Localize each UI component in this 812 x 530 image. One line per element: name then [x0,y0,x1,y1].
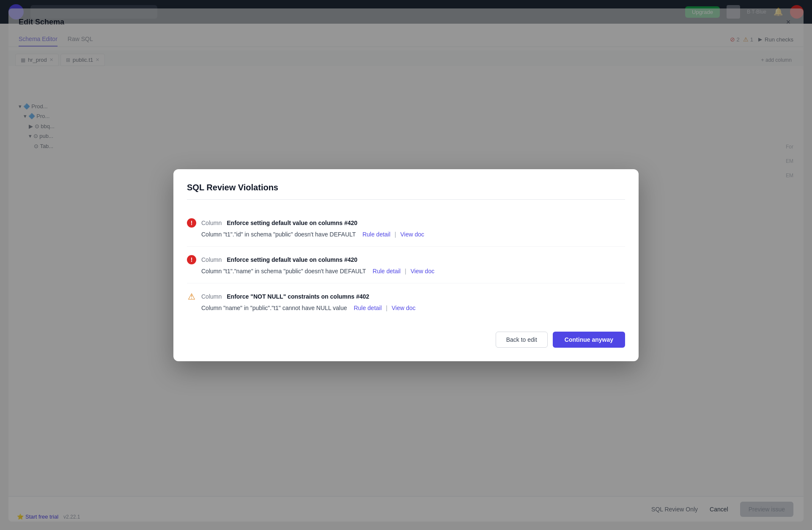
back-to-edit-button[interactable]: Back to edit [496,332,548,348]
continue-anyway-button[interactable]: Continue anyway [553,332,625,348]
warning-icon-3: ⚠ [187,292,196,301]
view-doc-link-2[interactable]: View doc [411,268,435,275]
violation-rule-1: Enforce setting default value on columns… [227,220,357,226]
violation-desc-2: Column "t1"."name" in schema "public" do… [201,268,625,275]
violation-item-1: ! Column Enforce setting default value o… [187,210,625,247]
error-icon-2: ! [187,255,196,264]
violation-item-2: ! Column Enforce setting default value o… [187,247,625,283]
violation-type-3: Column [201,293,222,300]
modal-title: SQL Review Violations [187,183,625,200]
violation-header-3: ⚠ Column Enforce "NOT NULL" constraints … [187,292,625,301]
modal-actions: Back to edit Continue anyway [187,332,625,348]
violation-rule-3: Enforce "NOT NULL" constraints on column… [227,293,369,300]
violation-item-3: ⚠ Column Enforce "NOT NULL" constraints … [187,283,625,320]
violation-desc-3: Column "name" in "public"."t1" cannot ha… [201,305,625,311]
rule-detail-link-3[interactable]: Rule detail [354,305,381,311]
violation-header-1: ! Column Enforce setting default value o… [187,218,625,228]
violation-type-2: Column [201,256,222,263]
modal-dialog: SQL Review Violations ! Column Enforce s… [173,169,639,361]
modal-overlay: SQL Review Violations ! Column Enforce s… [0,0,812,530]
violation-type-1: Column [201,220,222,226]
violation-rule-2: Enforce setting default value on columns… [227,256,357,263]
violation-desc-1: Column "t1"."id" in schema "public" does… [201,231,625,238]
rule-detail-link-1[interactable]: Rule detail [362,231,390,238]
error-icon-1: ! [187,218,196,228]
view-doc-link-3[interactable]: View doc [392,305,416,311]
view-doc-link-1[interactable]: View doc [401,231,425,238]
rule-detail-link-2[interactable]: Rule detail [373,268,401,275]
violation-header-2: ! Column Enforce setting default value o… [187,255,625,264]
violations-list: ! Column Enforce setting default value o… [187,210,625,320]
